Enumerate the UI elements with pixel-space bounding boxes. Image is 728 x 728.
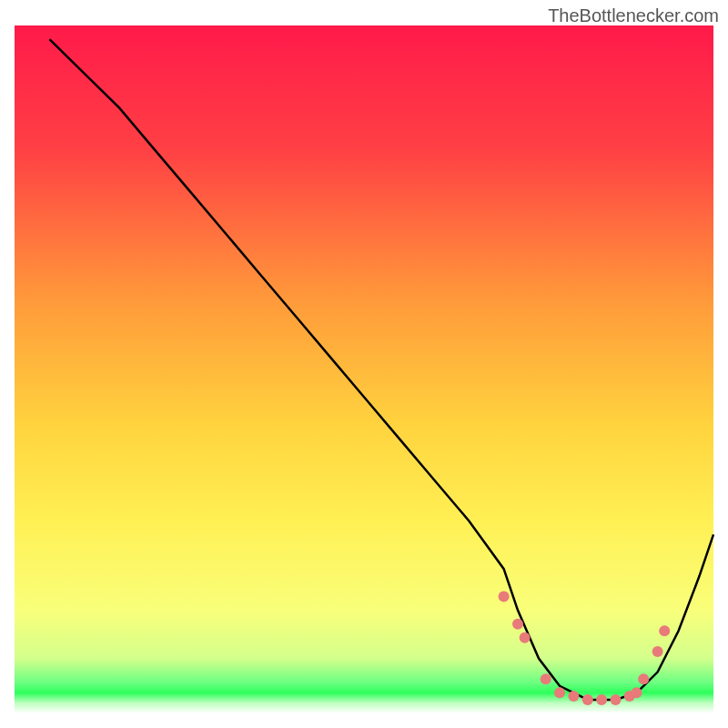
watermark-text: TheBottlenecker.com bbox=[548, 5, 719, 26]
highlight-dot bbox=[659, 625, 670, 636]
highlight-dot bbox=[611, 694, 622, 705]
highlight-dot bbox=[512, 619, 523, 630]
chart-svg bbox=[0, 0, 728, 728]
highlight-dot bbox=[499, 592, 510, 602]
highlight-dot bbox=[582, 694, 593, 705]
highlight-dot bbox=[652, 646, 663, 657]
chart-container: TheBottlenecker.com bbox=[0, 0, 728, 728]
highlight-dot bbox=[596, 694, 607, 705]
chart-background bbox=[15, 25, 713, 713]
highlight-dot bbox=[554, 687, 565, 698]
highlight-dot bbox=[568, 691, 579, 702]
highlight-dot bbox=[541, 673, 551, 684]
highlight-dot bbox=[638, 673, 649, 684]
highlight-dot bbox=[520, 632, 531, 643]
highlight-dot bbox=[632, 687, 642, 698]
